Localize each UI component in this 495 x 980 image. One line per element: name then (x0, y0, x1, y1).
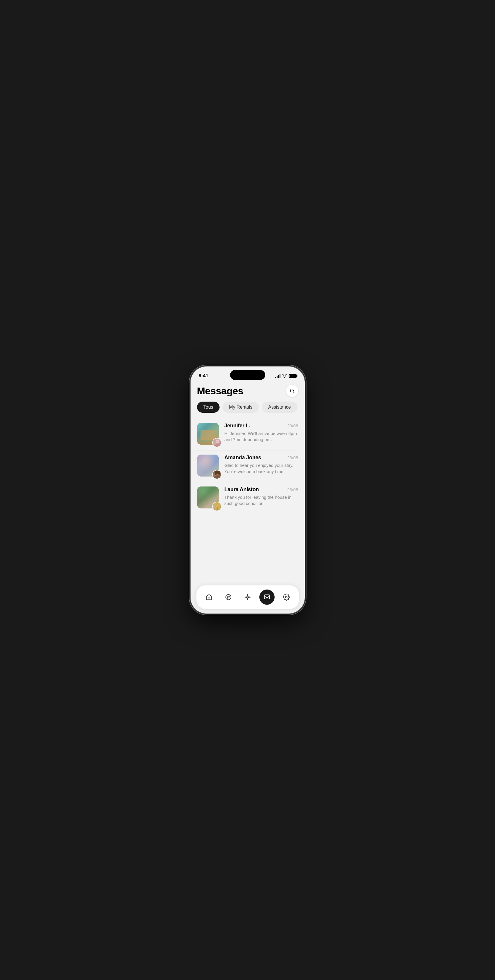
home-icon (205, 593, 213, 601)
scrollable-content: Messages Tous My Rentals Assistance (191, 381, 305, 614)
profile-pic-3 (212, 502, 221, 511)
status-icons (275, 374, 296, 378)
nav-explore[interactable] (221, 590, 236, 605)
message-header: Laura Aniston 23/08 (224, 487, 298, 493)
message-date: 23/08 (287, 423, 298, 428)
svg-point-9 (215, 471, 217, 475)
message-preview: Glad to hear you enjoyed your stay. You'… (224, 462, 298, 474)
svg-point-12 (214, 507, 221, 511)
profile-pic-1 (212, 438, 221, 447)
page-header: Messages (197, 381, 298, 402)
tab-tous[interactable]: Tous (197, 402, 220, 413)
avatar-container (197, 455, 220, 478)
svg-point-17 (226, 595, 231, 600)
nav-home[interactable] (201, 590, 216, 605)
wifi-icon (282, 374, 287, 378)
search-button[interactable] (286, 385, 298, 397)
message-date: 23/08 (287, 455, 298, 460)
status-time: 9:41 (199, 373, 209, 379)
message-item[interactable]: Laura Aniston 23/08 Thank you for leavin… (197, 482, 298, 514)
svg-line-1 (293, 391, 294, 393)
message-content: Amanda Jones 23/08 Glad to hear you enjo… (224, 455, 298, 474)
messages-icon (263, 593, 271, 601)
avatar-container (197, 423, 220, 446)
compass-icon (225, 593, 232, 601)
phone-frame: 9:41 (191, 366, 305, 614)
message-preview: Thank you for leaving the house in such … (224, 494, 298, 506)
bottom-nav (196, 585, 299, 609)
sender-name: Laura Aniston (224, 487, 259, 493)
avatar-container (197, 487, 220, 510)
nav-spark[interactable] (240, 590, 255, 605)
message-list: Jennifer L. 23/08 Hi Jennifer! We'll arr… (197, 418, 298, 514)
nav-messages[interactable] (259, 590, 275, 605)
page-title: Messages (197, 385, 244, 397)
svg-point-4 (216, 440, 219, 443)
nav-settings[interactable] (279, 590, 294, 605)
svg-point-3 (214, 444, 221, 447)
settings-icon (283, 593, 290, 601)
message-header: Amanda Jones 23/08 (224, 455, 298, 461)
search-icon (290, 388, 295, 393)
svg-rect-16 (218, 504, 220, 510)
tab-my-rentals[interactable]: My Rentals (223, 402, 259, 413)
dynamic-island (230, 370, 265, 380)
message-content: Laura Aniston 23/08 Thank you for leavin… (224, 487, 298, 506)
spark-icon (244, 593, 251, 601)
svg-rect-15 (215, 504, 216, 510)
svg-point-10 (218, 471, 220, 475)
signal-icon (275, 374, 280, 378)
svg-point-19 (285, 596, 287, 598)
message-item[interactable]: Jennifer L. 23/08 Hi Jennifer! We'll arr… (197, 418, 298, 450)
tab-assistance[interactable]: Assistance (262, 402, 297, 413)
sender-name: Jennifer L. (224, 423, 251, 429)
message-date: 23/08 (287, 487, 298, 492)
sender-name: Amanda Jones (224, 455, 261, 461)
message-item[interactable]: Amanda Jones 23/08 Glad to hear you enjo… (197, 450, 298, 482)
svg-rect-18 (264, 595, 270, 599)
battery-icon (289, 374, 296, 378)
message-preview: Hi Jennifer! We'll arrive between 6pm an… (224, 430, 298, 442)
message-header: Jennifer L. 23/08 (224, 423, 298, 429)
profile-pic-2 (212, 470, 221, 479)
svg-point-6 (214, 476, 221, 479)
filter-tabs: Tous My Rentals Assistance (197, 402, 298, 413)
message-content: Jennifer L. 23/08 Hi Jennifer! We'll arr… (224, 423, 298, 442)
